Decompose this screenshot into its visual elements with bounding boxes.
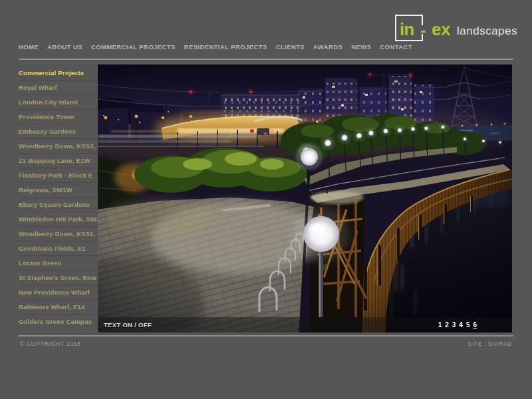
- text-toggle-button[interactable]: TEXT ON / OFF: [104, 322, 152, 329]
- sidebar-item-commercial-projects[interactable]: Commercial Projects: [19, 66, 98, 80]
- top-shade: [98, 65, 512, 98]
- sidebar-item-woodberry-down-kss3[interactable]: Woodberry Down, KSS3, N4: [19, 139, 98, 154]
- page-number-4[interactable]: 4: [458, 322, 464, 329]
- page-number-5[interactable]: 5: [466, 322, 471, 329]
- sidebar-item-locton-green[interactable]: Locton Green: [19, 256, 98, 271]
- project-photo: TEXT ON / OFF 1 2 3 4 5 6: [98, 65, 512, 332]
- vignette: [98, 65, 512, 332]
- night-promenade-illustration: [98, 65, 512, 332]
- sidebar-item-belgravia[interactable]: Belgravia, SW1W: [19, 183, 98, 198]
- sidebar-item-london-city-island[interactable]: London City Island: [19, 95, 98, 110]
- page-number-1[interactable]: 1: [438, 322, 443, 329]
- sidebar-item-royal-wharf[interactable]: Royal Wharf: [19, 80, 98, 95]
- nav-divider: [19, 59, 513, 60]
- nav-item-home[interactable]: HOME: [19, 44, 39, 51]
- logo-text-in: in: [400, 21, 414, 38]
- logo-text-landscapes: landscapes: [457, 25, 517, 37]
- sidebar-item-finsbury-park-block-e[interactable]: Finsbury Park - Block E: [19, 168, 98, 183]
- nav-item-news[interactable]: NEWS: [351, 44, 371, 51]
- nav-item-awards[interactable]: AWARDS: [313, 44, 342, 51]
- sidebar-item-st-stephens-green[interactable]: St Stephen's Green, Bow: [19, 271, 98, 285]
- footer-divider: [19, 335, 513, 336]
- page-number-2[interactable]: 2: [444, 322, 450, 329]
- page-number-3[interactable]: 3: [452, 322, 457, 329]
- sidebar-item-wimbledon-hill-park[interactable]: Wimbledon Hill Park, SW20: [19, 212, 98, 227]
- page: in - ex landscapes HOME ABOUT US COMMERC…: [0, 0, 532, 399]
- photo-toolbar: TEXT ON / OFF 1 2 3 4 5 6: [98, 317, 512, 332]
- sidebar-item-new-providence-wharf[interactable]: New Providence Wharf: [19, 285, 98, 300]
- main-nav: HOME ABOUT US COMMERCIAL PROJECTS RESIDE…: [19, 44, 412, 51]
- site-credit-text: SITE : SIARAD: [468, 341, 512, 347]
- nav-item-commercial-projects[interactable]: COMMERCIAL PROJECTS: [91, 44, 176, 51]
- nav-item-about-us[interactable]: ABOUT US: [47, 44, 82, 51]
- logo-dash: -: [417, 25, 429, 34]
- sidebar-item-providence-tower[interactable]: Providence Tower: [19, 110, 98, 124]
- logo-text-ex: ex: [432, 21, 450, 38]
- nav-item-clients[interactable]: CLIENTS: [276, 44, 305, 51]
- sidebar-item-baltimore-wharf[interactable]: Baltimore Wharf, E14: [19, 300, 98, 315]
- project-sidebar: Commercial Projects Royal Wharf London C…: [19, 66, 98, 329]
- logo[interactable]: in - ex landscapes: [395, 15, 512, 41]
- sidebar-item-embassy-gardens[interactable]: Embassy Gardens: [19, 124, 98, 139]
- copyright-text: © COPYRIGHT 2018: [20, 341, 80, 347]
- sidebar-item-woodberry-down-kss1[interactable]: Woodberry Down, KSS1, N4: [19, 227, 98, 241]
- pagination: 1 2 3 4 5 6: [438, 322, 477, 329]
- sidebar-item-ebury-square-gardens[interactable]: Ebury Square Gardens: [19, 198, 98, 212]
- nav-item-residential-projects[interactable]: RESIDENTIAL PROJECTS: [184, 44, 267, 51]
- page-number-6[interactable]: 6: [472, 322, 477, 329]
- nav-item-contact[interactable]: CONTACT: [380, 44, 412, 51]
- sidebar-item-goodmans-fields[interactable]: Goodmans Fields, E1: [19, 241, 98, 256]
- sidebar-item-golders-green-campus[interactable]: Golders Green Campus: [19, 315, 98, 329]
- sidebar-item-21-wapping-lane[interactable]: 21 Wapping Lane, E1W: [19, 154, 98, 168]
